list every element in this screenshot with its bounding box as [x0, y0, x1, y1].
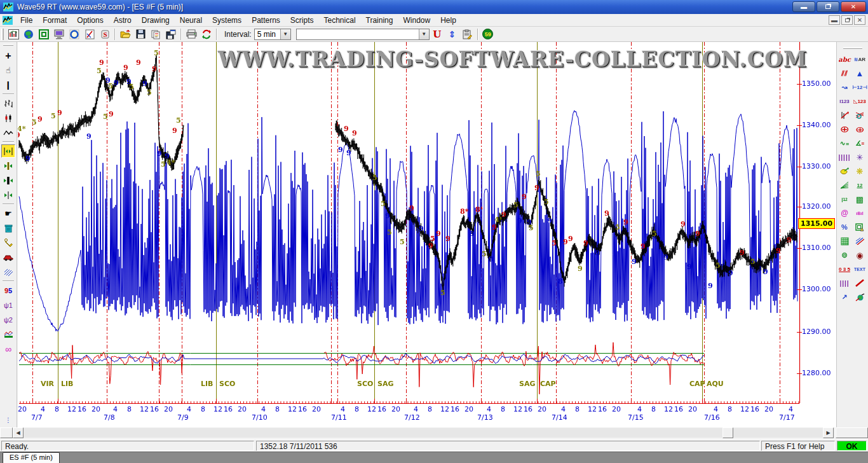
quote-page-button[interactable] — [22, 28, 36, 41]
candle-arrow-tool[interactable] — [837, 108, 852, 122]
vertical-bars-tool[interactable]: ||||| — [837, 150, 852, 164]
hatch-lines-tool[interactable] — [1, 265, 15, 279]
scripts-button[interactable]: S — [98, 28, 112, 41]
restore-button[interactable] — [817, 1, 839, 12]
menu-item-help[interactable]: Help — [435, 15, 461, 26]
zigzag-equal-tool[interactable]: ∿₌ — [837, 136, 852, 150]
dropdown-arrow-icon[interactable]: ▼ — [280, 29, 290, 39]
menu-item-file[interactable]: File — [15, 15, 37, 26]
menu-item-systems[interactable]: Systems — [207, 15, 247, 26]
pan-hand-tool[interactable]: ☝ — [1, 64, 15, 77]
count-123-tool[interactable]: Ι123 — [837, 94, 852, 108]
save-button[interactable] — [133, 28, 147, 41]
drawing-button[interactable] — [83, 28, 97, 41]
ohlc-bars-tool[interactable] — [1, 97, 15, 110]
settings-wrench-tool[interactable] — [1, 236, 15, 249]
refresh-button[interactable] — [200, 28, 214, 41]
ribbon-loop-tool[interactable]: ∞ — [1, 342, 15, 356]
square-of-nine-wheel-tool[interactable]: ❋ — [853, 164, 867, 178]
mdi-restore-button[interactable] — [841, 15, 853, 25]
fan-lines-tool[interactable] — [837, 178, 852, 192]
bar-12-tool[interactable]: |12 — [837, 192, 852, 206]
nine-five-count-tool[interactable]: 95 — [1, 284, 15, 297]
menu-item-technical[interactable]: Technical — [319, 15, 361, 26]
gann-wheel-tool[interactable]: ✳ — [853, 150, 867, 164]
dropdown-arrow-icon[interactable]: ▼ — [419, 29, 429, 39]
toolbar-grip[interactable] — [1, 29, 4, 40]
minimize-button[interactable]: ▬ — [792, 1, 815, 12]
bar-width-decrease-tool[interactable] — [1, 188, 15, 202]
spiral-tool[interactable]: @ — [837, 206, 852, 220]
mini-bars-b-tool[interactable]: ıBıl — [853, 206, 867, 220]
zigzag-arrow-tool[interactable]: ↗ — [837, 290, 852, 304]
bar-count-ruler-tool[interactable]: ⊢12⊣ — [853, 80, 867, 94]
hatch-square-tool[interactable]: ▩ — [853, 192, 867, 206]
ellipse-cross-tool[interactable]: ⊕ — [850, 123, 868, 135]
copy-page-button[interactable] — [149, 28, 163, 41]
swing-arrow-tool[interactable]: ↝ — [837, 80, 852, 94]
expand-spacing-tool-selected[interactable] — [1, 144, 15, 158]
wave59-button[interactable]: 59 — [481, 28, 495, 41]
menu-item-format[interactable]: Format — [37, 15, 72, 26]
clock-button[interactable] — [67, 28, 81, 41]
menu-item-training[interactable]: Training — [361, 15, 398, 26]
print-button[interactable] — [184, 28, 198, 41]
yellow-ellipse-arrow-tool[interactable] — [837, 164, 852, 178]
trendline-tool[interactable] — [853, 276, 867, 290]
menu-item-neural[interactable]: Neural — [175, 15, 207, 26]
wave1-tool[interactable]: ψ1 — [1, 298, 15, 312]
spiral-square-warning-tool[interactable] — [853, 220, 867, 234]
text-tool[interactable]: TEXT — [853, 262, 867, 276]
andrews-ar-tool[interactable]: ≋AR — [853, 52, 867, 66]
pane-split-button[interactable] — [0, 427, 13, 438]
quote-board-button[interactable] — [37, 28, 51, 41]
wave2-tool[interactable]: ψ2 — [1, 313, 15, 326]
scrollbar-track[interactable] — [24, 428, 823, 438]
candlestick-tool[interactable] — [1, 111, 15, 125]
auto-trader-tool[interactable] — [1, 251, 15, 264]
new-chart-button[interactable] — [6, 28, 20, 41]
astro-globe-tool[interactable] — [853, 290, 867, 304]
underline-12-tool[interactable]: 12 — [853, 178, 867, 192]
triangle-123-tool[interactable]: ◺123 — [853, 94, 867, 108]
bar-width-increase-tool[interactable] — [1, 174, 15, 187]
diagonal-lines-tool[interactable] — [853, 234, 867, 248]
mdi-close-button[interactable]: ✕ — [854, 15, 865, 25]
menu-item-astro[interactable]: Astro — [109, 15, 137, 26]
chart-tab[interactable]: ES #F (5 min) — [3, 452, 60, 463]
toolbar-grip[interactable] — [3, 44, 13, 46]
scroll-left-button[interactable]: ◀ — [13, 427, 24, 438]
grid-tool[interactable] — [837, 234, 852, 248]
time-cycles-tool[interactable] — [853, 108, 867, 122]
desktop-button[interactable] — [52, 28, 66, 41]
menu-item-window[interactable]: Window — [398, 15, 435, 26]
exhaustion-bars-tool[interactable] — [1, 328, 15, 341]
menu-item-options[interactable]: Options — [72, 15, 108, 26]
parallel-lines-tool[interactable]: ⫽⫽ — [837, 66, 852, 80]
interval-dropdown[interactable]: 5 min ▼ — [254, 29, 291, 40]
cursor-bar-tool[interactable]: ❙ — [1, 78, 15, 92]
save-layout-button[interactable] — [164, 28, 178, 41]
angle-tool[interactable]: ∡= — [853, 136, 867, 150]
compress-spacing-tool[interactable] — [1, 159, 15, 172]
four-bars-tool[interactable]: |||| — [837, 276, 852, 290]
price-035-tool[interactable]: 0 3 5 — [837, 262, 852, 276]
menu-item-drawing[interactable]: Drawing — [137, 15, 175, 26]
vertical-scale-button[interactable]: ⇕ — [445, 28, 459, 41]
crosshair-tool[interactable]: + — [1, 49, 15, 62]
scrollbar-thumb[interactable] — [722, 427, 733, 438]
rounded-square-tool[interactable]: ⊚ — [837, 248, 852, 262]
mdi-minimize-button[interactable]: ▬ — [829, 15, 840, 25]
target-square-tool[interactable]: ◉ — [853, 248, 867, 262]
menu-item-scripts[interactable]: Scripts — [285, 15, 319, 26]
close-button[interactable]: ✕ — [841, 1, 866, 12]
scroll-right-button[interactable]: ▶ — [823, 427, 834, 438]
toolbar-grip[interactable] — [843, 47, 862, 49]
abc-label-tool[interactable]: abc — [837, 52, 852, 66]
price-chart-canvas[interactable] — [18, 42, 836, 427]
delete-tool[interactable] — [1, 221, 15, 235]
percent-tool[interactable]: % — [837, 220, 852, 234]
line-chart-tool[interactable] — [1, 126, 15, 139]
pointer-select-tool[interactable]: ☛ — [1, 207, 15, 220]
symbol-combo[interactable]: ▼ — [296, 29, 430, 40]
